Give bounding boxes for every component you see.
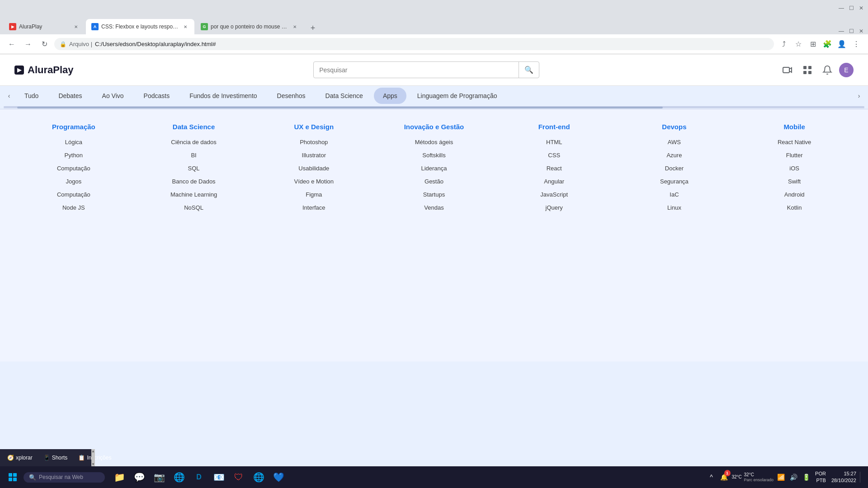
category-item[interactable]: Gestão (378, 177, 490, 186)
category-item[interactable]: Linux (619, 203, 730, 212)
category-item[interactable]: Vendas (378, 203, 490, 212)
search-input[interactable] (314, 63, 519, 77)
category-item[interactable]: SQL (138, 164, 250, 173)
nav-tab-ao-vivo[interactable]: Ao Vivo (93, 88, 133, 104)
more-tools-icon[interactable]: ⊞ (807, 38, 819, 51)
logo-icon: ▶ (14, 66, 24, 75)
category-item[interactable]: JavaScript (499, 190, 610, 199)
category-title[interactable]: Mobile (739, 123, 850, 131)
category-item[interactable]: Flutter (739, 151, 850, 160)
categories-section: ProgramaçãoLógicaPythonComputaçãoJogosCo… (0, 109, 868, 225)
category-item[interactable]: jQuery (499, 203, 610, 212)
category-item[interactable]: NoSQL (138, 203, 250, 212)
nav-tabs: TudoDebatesAo VivoPodcastsFundos de Inve… (14, 86, 854, 106)
category-item[interactable]: Swift (739, 177, 850, 186)
category-title[interactable]: Devops (619, 123, 730, 131)
category-item[interactable]: React Native (739, 138, 850, 146)
apps-icon[interactable] (799, 62, 816, 78)
category-item[interactable]: Computação (18, 190, 129, 199)
nav-tab-data-science[interactable]: Data Science (316, 88, 372, 104)
category-item[interactable]: Liderança (378, 164, 490, 173)
category-title[interactable]: Programação (18, 123, 129, 131)
category-title[interactable]: Front-end (499, 123, 610, 131)
maximize-button[interactable]: ☐ (848, 5, 854, 11)
scroll-left-button[interactable]: ‹ (4, 87, 14, 105)
category-item[interactable]: Machine Learning (138, 190, 250, 199)
category-item[interactable]: iOS (739, 164, 850, 173)
category-item[interactable]: IaC (619, 190, 730, 199)
category-item[interactable]: Illustrator (258, 151, 369, 160)
category-item[interactable]: Angular (499, 177, 610, 186)
category-item[interactable]: Ciência de dados (138, 138, 250, 146)
window-close[interactable]: ✕ (858, 28, 864, 34)
category-item[interactable]: Figma (258, 190, 369, 199)
category-item[interactable]: Softskills (378, 151, 490, 160)
notifications-icon[interactable] (819, 62, 835, 78)
address-field[interactable]: 🔒 Arquivo | C:/Users/edson/Desktop/alura… (54, 38, 774, 50)
category-item[interactable]: Banco de Dados (138, 177, 250, 186)
category-item[interactable]: CSS (499, 151, 610, 160)
category-item[interactable]: HTML (499, 138, 610, 146)
bookmark-icon[interactable]: ☆ (792, 38, 805, 51)
settings-icon[interactable]: ⋮ (850, 38, 863, 51)
back-button[interactable]: ← (5, 38, 18, 51)
category-item[interactable]: Startups (378, 190, 490, 199)
tab-css[interactable]: A CSS: Flexbox e layouts responsiv... ✕ (86, 19, 194, 34)
tab-aluraplay[interactable]: ▶ AluraPlay ✕ (4, 19, 85, 34)
category-title[interactable]: Inovação e Gestão (378, 123, 490, 131)
account-icon[interactable]: 👤 (835, 38, 848, 51)
category-item[interactable]: Vídeo e Motion (258, 177, 369, 186)
category-title[interactable]: UX e Design (258, 123, 369, 131)
category-col-devops: DevopsAWSAzureDockerSegurançaIaCLinux (619, 123, 730, 212)
forward-button[interactable]: → (22, 38, 34, 51)
category-item[interactable]: Docker (619, 164, 730, 173)
new-tab-button[interactable]: + (307, 22, 319, 34)
minimize-button[interactable]: — (838, 5, 844, 11)
category-item[interactable]: AWS (619, 138, 730, 146)
tab-close-aluraplay[interactable]: ✕ (72, 23, 80, 30)
window-minimize[interactable]: — (838, 28, 844, 34)
window-maximize[interactable]: ☐ (848, 28, 854, 34)
address-end-icons: ⤴ ☆ ⊞ 🧩 👤 ⋮ (778, 38, 863, 51)
refresh-button[interactable]: ↻ (38, 38, 51, 51)
site-logo[interactable]: ▶ AluraPlay (14, 64, 74, 76)
category-item[interactable]: Lógica (18, 138, 129, 146)
scroll-bar-thumb[interactable] (17, 107, 663, 108)
tab-favicon-css: A (91, 23, 99, 30)
share-icon[interactable]: ⤴ (778, 38, 790, 51)
page-content: ▶ AluraPlay 🔍 (0, 54, 868, 361)
nav-tab-fundos[interactable]: Fundos de Investimento (180, 88, 266, 104)
category-item[interactable]: BI (138, 151, 250, 160)
category-item[interactable]: Python (18, 151, 129, 160)
category-item[interactable]: Azure (619, 151, 730, 160)
upload-video-icon[interactable] (779, 62, 796, 78)
category-item[interactable]: Usabilidade (258, 164, 369, 173)
nav-tab-tudo[interactable]: Tudo (15, 88, 47, 104)
svg-rect-1 (803, 66, 807, 69)
category-item[interactable]: React (499, 164, 610, 173)
category-item[interactable]: Jogos (18, 177, 129, 186)
search-button[interactable]: 🔍 (519, 62, 539, 78)
category-item[interactable]: Android (739, 190, 850, 199)
nav-tab-podcasts[interactable]: Podcasts (135, 88, 179, 104)
nav-tab-apps[interactable]: Apps (374, 88, 406, 104)
category-item[interactable]: Kotlin (739, 203, 850, 212)
nav-tab-desenhos[interactable]: Desenhos (268, 88, 315, 104)
category-item[interactable]: Segurança (619, 177, 730, 186)
tab-google[interactable]: G por que o ponteiro do mouse es... ✕ (195, 19, 304, 34)
nav-tab-linguagem[interactable]: Linguagem de Programação (408, 88, 506, 104)
avatar[interactable]: E (839, 63, 854, 77)
nav-tab-debates[interactable]: Debates (49, 88, 91, 104)
tab-close-css[interactable]: ✕ (182, 23, 189, 30)
category-item[interactable]: Interface (258, 203, 369, 212)
category-item[interactable]: Computação (18, 164, 129, 173)
category-item[interactable]: Photoshop (258, 138, 369, 146)
scroll-right-button[interactable]: › (854, 87, 864, 105)
address-path: C:/Users/edson/Desktop/aluraplay/index.h… (95, 41, 216, 47)
close-button[interactable]: ✕ (858, 5, 864, 11)
category-title[interactable]: Data Science (138, 123, 250, 131)
extensions-icon[interactable]: 🧩 (821, 38, 834, 51)
tab-close-google[interactable]: ✕ (291, 23, 298, 30)
category-item[interactable]: Node JS (18, 203, 129, 212)
category-item[interactable]: Métodos ágeis (378, 138, 490, 146)
